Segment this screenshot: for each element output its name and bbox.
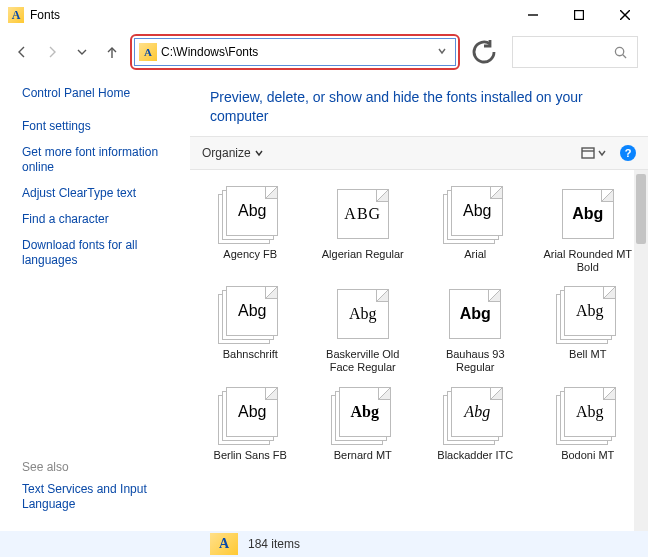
- maximize-button[interactable]: [556, 0, 602, 30]
- font-preview-icon: Abg: [556, 186, 620, 244]
- window-title: Fonts: [30, 8, 60, 22]
- address-input[interactable]: [161, 39, 433, 65]
- font-item[interactable]: AbgAgency FB: [196, 182, 305, 278]
- address-bar[interactable]: A: [134, 38, 456, 66]
- up-button[interactable]: [100, 40, 124, 64]
- svg-rect-1: [575, 11, 584, 20]
- font-label: Agency FB: [223, 248, 277, 261]
- font-label: Algerian Regular: [322, 248, 404, 261]
- svg-point-5: [615, 47, 623, 55]
- font-preview-icon: Abg: [331, 387, 395, 445]
- search-icon: [614, 46, 627, 59]
- font-preview-icon: Abg: [331, 286, 395, 344]
- sidebar-link[interactable]: Get more font information online: [22, 145, 174, 175]
- font-preview-icon: ABG: [331, 186, 395, 244]
- address-bar-highlight: A: [130, 34, 460, 70]
- font-item[interactable]: AbgBahnschrift: [196, 282, 305, 378]
- font-sample: Abg: [351, 403, 379, 421]
- font-item[interactable]: ABGAlgerian Regular: [309, 182, 418, 278]
- font-preview-icon: Abg: [218, 186, 282, 244]
- font-item[interactable]: AbgBernard MT: [309, 383, 418, 466]
- refresh-button[interactable]: [470, 38, 498, 66]
- fonts-folder-icon: A: [139, 43, 157, 61]
- font-sample: Abg: [463, 202, 491, 220]
- sidebar-link[interactable]: Font settings: [22, 119, 174, 134]
- font-sample: ABG: [344, 205, 381, 223]
- font-preview-icon: Abg: [556, 286, 620, 344]
- sidebar-link[interactable]: Find a character: [22, 212, 174, 227]
- font-label: Berlin Sans FB: [214, 449, 287, 462]
- address-dropdown-icon[interactable]: [433, 45, 451, 59]
- minimize-button[interactable]: [510, 0, 556, 30]
- font-sample: Abg: [460, 305, 491, 323]
- font-sample: Abg: [572, 205, 603, 223]
- svg-line-6: [623, 54, 626, 57]
- font-sample: Abg: [576, 403, 604, 421]
- see-also-heading: See also: [22, 460, 174, 474]
- sidebar-link[interactable]: Download fonts for all languages: [22, 238, 174, 268]
- font-label: Bauhaus 93 Regular: [425, 348, 525, 374]
- font-label: Blackadder ITC: [437, 449, 513, 462]
- nav-row: A: [0, 30, 648, 74]
- sidebar-link[interactable]: Control Panel Home: [22, 86, 174, 101]
- font-preview-icon: Abg: [556, 387, 620, 445]
- font-sample: Abg: [238, 202, 266, 220]
- see-also-link[interactable]: Text Services and Input Language: [22, 482, 174, 512]
- main-pane: Preview, delete, or show and hide the fo…: [190, 74, 648, 531]
- view-options-button[interactable]: [581, 146, 606, 160]
- back-button[interactable]: [10, 40, 34, 64]
- forward-button[interactable]: [40, 40, 64, 64]
- font-item[interactable]: AbgBaskerville Old Face Regular: [309, 282, 418, 378]
- recent-locations-button[interactable]: [70, 40, 94, 64]
- close-button[interactable]: [602, 0, 648, 30]
- chevron-down-icon: [255, 149, 263, 157]
- toolbar: Organize ?: [190, 136, 648, 170]
- font-label: Arial Rounded MT Bold: [538, 248, 638, 274]
- status-bar: A 184 items: [0, 531, 648, 557]
- font-item[interactable]: AbgBell MT: [534, 282, 643, 378]
- fonts-app-icon: A: [8, 7, 24, 23]
- chevron-down-icon: [598, 149, 606, 157]
- font-item[interactable]: AbgBodoni MT: [534, 383, 643, 466]
- svg-rect-7: [582, 148, 594, 158]
- font-label: Baskerville Old Face Regular: [313, 348, 413, 374]
- font-sample: Abg: [238, 403, 266, 421]
- font-label: Bodoni MT: [561, 449, 614, 462]
- font-grid: AbgAgency FBABGAlgerian RegularAbgArialA…: [196, 182, 642, 466]
- view-icon: [581, 146, 595, 160]
- organize-menu[interactable]: Organize: [202, 146, 263, 160]
- titlebar: A Fonts: [0, 0, 648, 30]
- font-item[interactable]: AbgArial: [421, 182, 530, 278]
- font-sample: Abg: [349, 305, 377, 323]
- search-box[interactable]: [512, 36, 638, 68]
- font-label: Bell MT: [569, 348, 606, 361]
- font-preview-icon: Abg: [443, 286, 507, 344]
- help-button[interactable]: ?: [620, 145, 636, 161]
- font-item[interactable]: AbgBerlin Sans FB: [196, 383, 305, 466]
- item-count: 184 items: [248, 537, 300, 551]
- font-label: Bahnschrift: [223, 348, 278, 361]
- font-preview-icon: Abg: [218, 286, 282, 344]
- font-preview-icon: Abg: [218, 387, 282, 445]
- font-preview-icon: Abg: [443, 387, 507, 445]
- font-label: Arial: [464, 248, 486, 261]
- font-item[interactable]: AbgArial Rounded MT Bold: [534, 182, 643, 278]
- sidebar-link[interactable]: Adjust ClearType text: [22, 186, 174, 201]
- font-sample: Abg: [238, 302, 266, 320]
- font-preview-icon: Abg: [443, 186, 507, 244]
- scrollbar[interactable]: [634, 170, 648, 531]
- font-item[interactable]: AbgBlackadder ITC: [421, 383, 530, 466]
- font-sample: Abg: [576, 302, 604, 320]
- page-heading: Preview, delete, or show and hide the fo…: [190, 74, 648, 136]
- scrollbar-thumb[interactable]: [636, 174, 646, 244]
- organize-label: Organize: [202, 146, 251, 160]
- fonts-folder-icon: A: [210, 533, 238, 555]
- sidebar: Control Panel HomeFont settingsGet more …: [0, 74, 190, 531]
- font-sample: Abg: [464, 403, 490, 421]
- font-label: Bernard MT: [334, 449, 392, 462]
- font-item[interactable]: AbgBauhaus 93 Regular: [421, 282, 530, 378]
